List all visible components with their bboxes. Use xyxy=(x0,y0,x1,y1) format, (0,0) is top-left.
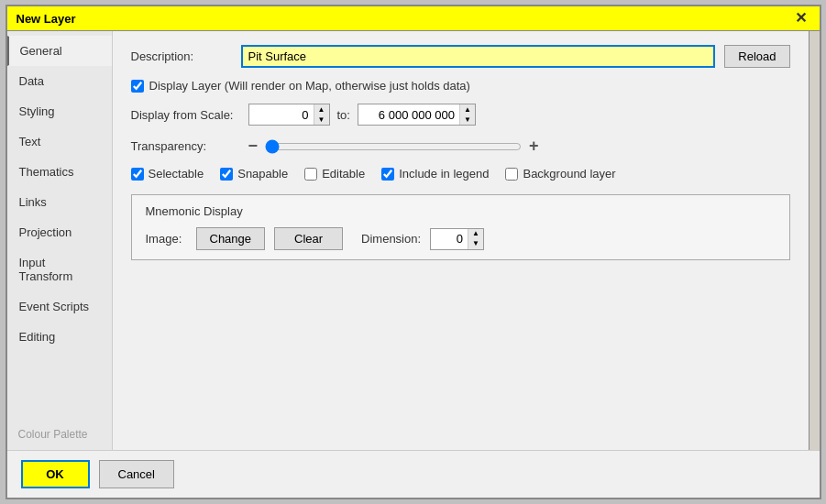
transparency-row: Transparency: − + xyxy=(131,137,790,156)
scale-to-input[interactable] xyxy=(358,105,459,125)
transparency-minus-icon[interactable]: − xyxy=(248,137,259,156)
scale-to-up[interactable]: ▲ xyxy=(460,104,475,115)
mnemonic-section: Mnemonic Display Image: Change Clear Dim… xyxy=(131,194,790,260)
selectable-label: Selectable xyxy=(149,167,204,181)
sidebar-item-event-scripts[interactable]: Event Scripts xyxy=(7,291,112,322)
reload-button[interactable]: Reload xyxy=(724,45,789,68)
dimension-down[interactable]: ▼ xyxy=(468,239,483,249)
sidebar-item-links[interactable]: Links xyxy=(7,187,112,217)
include-in-legend-checkbox[interactable] xyxy=(381,168,394,181)
sidebar-item-editing[interactable]: Editing xyxy=(7,322,112,352)
dimension-input[interactable] xyxy=(431,229,468,248)
scrollbar[interactable] xyxy=(809,31,820,450)
scale-from-input-wrap: ▲ ▼ xyxy=(248,104,330,126)
dialog-title: New Layer xyxy=(17,12,76,26)
scale-row: Display from Scale: ▲ ▼ to: ▲ ▼ xyxy=(131,104,790,126)
main-content: Description: Reload Display Layer (Will … xyxy=(113,31,809,450)
sidebar-item-general[interactable]: General xyxy=(7,36,112,66)
selectable-option: Selectable xyxy=(131,167,204,181)
sidebar-item-data[interactable]: Data xyxy=(7,66,112,96)
sidebar-item-input-transform[interactable]: Input Transform xyxy=(7,247,112,291)
scale-from-down[interactable]: ▼ xyxy=(314,115,329,125)
editable-checkbox[interactable] xyxy=(304,168,317,181)
background-layer-checkbox[interactable] xyxy=(505,168,518,181)
description-row: Description: Reload xyxy=(131,45,790,68)
display-layer-label: Display Layer (Will render on Map, other… xyxy=(149,79,470,93)
sidebar-item-projection[interactable]: Projection xyxy=(7,217,112,247)
scale-to-down[interactable]: ▼ xyxy=(460,115,475,125)
mnemonic-row: Image: Change Clear Dimension: ▲ ▼ xyxy=(146,227,776,250)
options-row: Selectable Snapable Editable Include in … xyxy=(131,167,790,181)
display-layer-row: Display Layer (Will render on Map, other… xyxy=(131,79,790,93)
sidebar-item-thematics[interactable]: Thematics xyxy=(7,157,112,187)
image-label: Image: xyxy=(146,232,187,246)
clear-button[interactable]: Clear xyxy=(274,227,343,250)
include-in-legend-label: Include in legend xyxy=(399,167,489,181)
ok-button[interactable]: OK xyxy=(21,460,90,488)
scale-to-spinners: ▲ ▼ xyxy=(459,104,475,125)
transparency-plus-icon[interactable]: + xyxy=(529,137,539,156)
transparency-slider[interactable] xyxy=(265,139,522,154)
description-input[interactable] xyxy=(241,45,716,68)
mnemonic-title: Mnemonic Display xyxy=(146,204,776,218)
scale-from-spinners: ▲ ▼ xyxy=(314,104,329,125)
sidebar-item-text[interactable]: Text xyxy=(7,126,112,157)
close-button[interactable]: ✕ xyxy=(791,11,810,26)
snapable-label: Snapable xyxy=(237,167,288,181)
scale-from-up[interactable]: ▲ xyxy=(314,104,329,115)
scale-from-input[interactable] xyxy=(249,105,314,125)
sidebar: General Data Styling Text Thematics Link… xyxy=(7,31,113,450)
dialog-body: General Data Styling Text Thematics Link… xyxy=(7,31,820,450)
to-label: to: xyxy=(337,108,350,122)
snapable-checkbox[interactable] xyxy=(220,168,233,181)
background-layer-label: Background layer xyxy=(523,167,615,181)
title-bar: New Layer ✕ xyxy=(7,6,820,31)
display-layer-checkbox[interactable] xyxy=(131,80,144,93)
sidebar-item-styling[interactable]: Styling xyxy=(7,96,112,126)
editable-label: Editable xyxy=(322,167,365,181)
dimension-label: Dimension: xyxy=(361,232,421,246)
new-layer-dialog: New Layer ✕ General Data Styling Text Th… xyxy=(6,5,821,499)
dimension-spinners: ▲ ▼ xyxy=(468,229,483,249)
snapable-option: Snapable xyxy=(220,167,288,181)
cancel-button[interactable]: Cancel xyxy=(99,460,174,488)
scale-to-input-wrap: ▲ ▼ xyxy=(358,104,476,126)
dimension-up[interactable]: ▲ xyxy=(468,229,483,239)
dialog-footer: OK Cancel xyxy=(7,450,820,498)
transparency-label: Transparency: xyxy=(131,139,241,153)
editable-option: Editable xyxy=(304,167,365,181)
dimension-input-wrap: ▲ ▼ xyxy=(430,228,484,250)
include-in-legend-option: Include in legend xyxy=(381,167,489,181)
background-layer-option: Background layer xyxy=(505,167,615,181)
colour-palette-label[interactable]: Colour Palette xyxy=(7,419,112,450)
change-button[interactable]: Change xyxy=(196,227,266,250)
selectable-checkbox[interactable] xyxy=(131,168,144,181)
description-label: Description: xyxy=(131,49,241,63)
scale-from-label: Display from Scale: xyxy=(131,108,241,122)
